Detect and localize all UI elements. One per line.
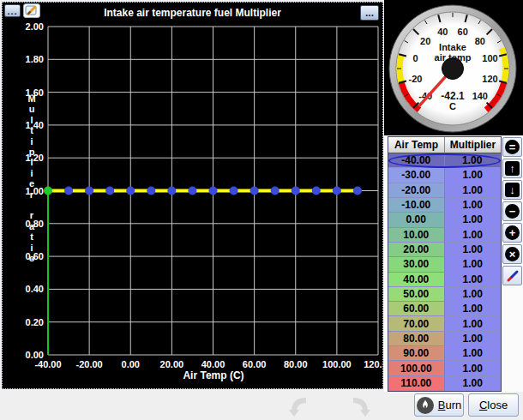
svg-text:100.00: 100.00: [322, 359, 352, 369]
air-temp-cell[interactable]: -30.00: [388, 168, 445, 183]
close-button[interactable]: Close: [468, 393, 519, 417]
multiplier-cell[interactable]: 1.00: [445, 228, 502, 243]
curve-point[interactable]: [353, 187, 362, 195]
air-temp-cell[interactable]: 30.00: [388, 257, 445, 272]
svg-text:0.00: 0.00: [26, 350, 44, 360]
redo-icon[interactable]: [347, 394, 373, 418]
svg-text:20.00: 20.00: [160, 359, 184, 369]
increment-button[interactable]: +: [502, 223, 522, 243]
close-button-label: Close: [479, 399, 508, 411]
undo-icon[interactable]: [286, 394, 312, 418]
air-temp-cell[interactable]: 20.00: [388, 243, 445, 257]
pencil-icon: [506, 269, 520, 283]
curve-plot-area[interactable]: -40.00-20.000.0020.0040.0060.0080.00100.…: [3, 3, 382, 388]
svg-text:120: 120: [482, 74, 497, 84]
table-row: 60.001.00: [388, 302, 501, 316]
multiplier-cell[interactable]: 1.00: [445, 243, 502, 257]
table-row: 10.001.00: [388, 228, 501, 243]
air-temp-cell[interactable]: 70.00: [388, 316, 445, 331]
multiplier-cell[interactable]: 1.00: [445, 183, 502, 198]
burn-button[interactable]: Burn: [414, 393, 464, 417]
air-temp-cell[interactable]: 60.00: [388, 302, 445, 316]
air-temp-cell[interactable]: 110.00: [388, 376, 445, 391]
table-row: -10.001.00: [388, 198, 501, 213]
move-down-icon: ↓: [505, 183, 520, 197]
curve-point[interactable]: [188, 187, 196, 195]
svg-text:-40.00: -40.00: [34, 359, 61, 369]
curve-point[interactable]: [147, 187, 155, 195]
multiplier-cell[interactable]: 1.00: [445, 302, 502, 316]
table-row: -20.001.00: [388, 183, 501, 198]
multiplier-cell[interactable]: 1.00: [445, 376, 502, 391]
edit-cell-button[interactable]: [502, 266, 522, 285]
svg-text:40.00: 40.00: [201, 359, 225, 369]
flame-icon: [417, 397, 434, 414]
multiplier-cell[interactable]: 1.00: [445, 332, 502, 346]
svg-text:-20.00: -20.00: [76, 359, 103, 369]
air-temp-cell[interactable]: 10.00: [388, 228, 445, 243]
air-temp-cell[interactable]: -40.00: [388, 153, 445, 168]
curve-point[interactable]: [64, 187, 73, 195]
multiplier-cell[interactable]: 1.00: [445, 257, 502, 272]
burn-button-label: Burn: [438, 399, 461, 411]
multiplier-cell[interactable]: 1.00: [445, 346, 502, 361]
multiplier-cell[interactable]: 1.00: [445, 316, 502, 331]
decrement-button[interactable]: −: [502, 201, 522, 221]
svg-text:0.40: 0.40: [26, 284, 44, 294]
svg-text:2.00: 2.00: [26, 21, 44, 32]
multiplier-cell[interactable]: 1.00: [445, 153, 502, 168]
svg-text:-20: -20: [409, 74, 423, 84]
set-equal-icon: =: [505, 140, 520, 154]
move-up-button[interactable]: ↑: [502, 159, 522, 178]
table-row: 90.001.00: [388, 346, 501, 361]
air-temp-cell[interactable]: 90.00: [388, 346, 445, 361]
delete-button[interactable]: ×: [502, 244, 522, 264]
curve-point[interactable]: [250, 187, 259, 195]
selected-curve-point[interactable]: [44, 187, 52, 195]
column-header-multiplier: Multiplier: [445, 137, 501, 153]
air-temp-cell[interactable]: 40.00: [388, 273, 445, 287]
curve-point[interactable]: [167, 187, 176, 195]
svg-text:0: 0: [412, 53, 418, 63]
curve-point[interactable]: [209, 187, 218, 195]
air-temp-cell[interactable]: 100.00: [388, 361, 445, 375]
curve-point[interactable]: [85, 187, 93, 195]
curve-point[interactable]: [105, 187, 114, 195]
set-equal-button[interactable]: =: [502, 137, 522, 157]
svg-text:-42.1: -42.1: [441, 90, 465, 102]
bins-table: Air Temp Multiplier -40.001.00-30.001.00…: [388, 136, 502, 392]
curve-point[interactable]: [312, 187, 321, 195]
air-temp-cell[interactable]: 0.00: [388, 213, 445, 227]
multiplier-cell[interactable]: 1.00: [445, 198, 502, 213]
multiplier-cell[interactable]: 1.00: [445, 361, 502, 375]
table-row: 110.001.00: [388, 376, 501, 391]
svg-text:60.00: 60.00: [243, 359, 267, 369]
air-temp-cell[interactable]: -20.00: [388, 183, 445, 198]
air-temp-cell[interactable]: -10.00: [388, 198, 445, 213]
multiplier-cell[interactable]: 1.00: [445, 213, 502, 227]
table-row: 0.001.00: [388, 213, 501, 227]
curve-point[interactable]: [333, 187, 341, 195]
curve-point[interactable]: [230, 187, 238, 195]
svg-text:80.00: 80.00: [284, 359, 308, 369]
curve-point[interactable]: [126, 187, 135, 195]
table-row: 40.001.00: [388, 273, 501, 287]
svg-text:60: 60: [458, 27, 468, 37]
svg-text:80: 80: [475, 36, 485, 46]
table-rows: -40.001.00-30.001.00-20.001.00-10.001.00…: [388, 153, 501, 391]
multiplier-cell[interactable]: 1.00: [445, 273, 502, 287]
gauge-hub: [442, 58, 464, 80]
multiplier-cell[interactable]: 1.00: [445, 287, 502, 302]
multiplier-cell[interactable]: 1.00: [445, 168, 502, 183]
svg-text:Intake: Intake: [439, 42, 466, 52]
air-temp-cell[interactable]: 80.00: [388, 332, 445, 346]
svg-text:0.20: 0.20: [26, 317, 44, 327]
table-row: 30.001.00: [388, 257, 501, 272]
air-temp-cell[interactable]: 50.00: [388, 287, 445, 302]
svg-text:0.00: 0.00: [122, 359, 140, 369]
curve-point[interactable]: [271, 187, 280, 195]
svg-text:20: 20: [420, 36, 430, 46]
move-down-button[interactable]: ↓: [502, 180, 522, 200]
column-header-air-temp: Air Temp: [388, 137, 445, 153]
curve-point[interactable]: [292, 187, 300, 195]
